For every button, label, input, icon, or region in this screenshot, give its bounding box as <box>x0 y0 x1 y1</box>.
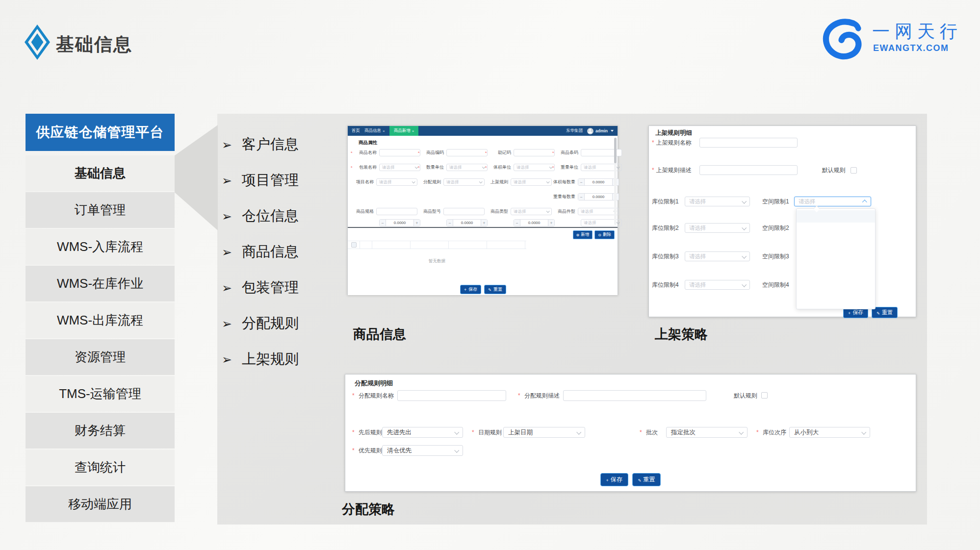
sidebar-item[interactable]: 财务结算 <box>26 413 175 449</box>
add-row-button[interactable]: 新增 <box>573 230 593 239</box>
text-input[interactable] <box>379 149 420 156</box>
default-rule-checkbox[interactable] <box>761 392 768 399</box>
number-stepper[interactable]: − 0.0000 + <box>379 219 420 226</box>
select-all-checkbox[interactable] <box>351 242 357 248</box>
plus-circle-icon <box>576 232 580 237</box>
close-icon[interactable] <box>383 128 385 133</box>
number-stepper[interactable]: − 0.0000 + <box>514 219 555 226</box>
menu-item[interactable]: 仓位信息 <box>222 208 299 225</box>
minus-icon[interactable]: − <box>447 220 453 226</box>
select-input[interactable]: 请选择 <box>443 178 485 186</box>
form-field: 商品类型 请选择 <box>485 208 552 215</box>
reset-button[interactable]: 重置 <box>632 473 661 486</box>
sidebar-item[interactable]: WMS-出库流程 <box>26 302 175 338</box>
minus-icon[interactable]: − <box>514 220 520 226</box>
location-limit-select[interactable]: 请选择 <box>685 197 750 206</box>
section-title: 商品属性 <box>359 140 377 146</box>
user-avatar[interactable] <box>587 128 593 134</box>
field-label: 包装名称 <box>354 164 377 171</box>
number-stepper[interactable]: − 0.0000 + <box>578 193 619 200</box>
sidebar-item[interactable]: WMS-在库作业 <box>26 266 175 301</box>
order-rule-select[interactable]: 先进先出 <box>382 427 463 438</box>
menu-item[interactable]: 商品信息 <box>222 244 299 260</box>
sidebar-item[interactable]: TMS-运输管理 <box>26 376 175 412</box>
rule-name-input[interactable] <box>699 138 798 148</box>
close-icon[interactable] <box>412 128 414 133</box>
default-rule-checkbox[interactable] <box>851 167 857 174</box>
chevron-down-icon <box>742 282 747 287</box>
sidebar-item[interactable]: 移动端应用 <box>26 486 175 522</box>
dropdown-option[interactable] <box>797 210 875 223</box>
form-field: 请选择 <box>552 219 619 226</box>
select-input[interactable]: 请选择 <box>446 164 488 171</box>
number-stepper[interactable]: − 0.0000 + <box>578 178 619 186</box>
location-limit-select[interactable]: 请选择 <box>685 223 750 233</box>
field-label: 商品类型 <box>485 208 508 215</box>
minus-icon[interactable]: − <box>380 220 386 226</box>
text-input[interactable] <box>443 208 485 215</box>
sidebar-item-label: 订单管理 <box>75 201 126 219</box>
module-menu: 客户信息 项目管理 仓位信息 商品信息 包装管理 分配规则 上架规则 <box>222 136 299 387</box>
reset-button[interactable]: 重置 <box>872 307 898 318</box>
nav-home[interactable]: 首页 <box>352 128 360 134</box>
location-limit-select[interactable]: 请选择 <box>685 251 750 261</box>
form-field: 重量每数量 − 0.0000 + <box>552 193 619 200</box>
date-rule-select[interactable]: 上架日期 <box>503 427 585 438</box>
dropdown-option[interactable] <box>797 272 875 284</box>
rule-desc-input[interactable] <box>699 165 798 175</box>
batch-select[interactable]: 指定批次 <box>666 427 748 438</box>
sidebar-item[interactable]: 资源管理 <box>26 339 175 375</box>
select-input[interactable]: 请选择 <box>511 178 552 186</box>
text-input[interactable] <box>514 149 555 156</box>
tab-product-info[interactable]: 商品信息 <box>364 128 385 134</box>
menu-item[interactable]: 分配规则 <box>222 315 299 332</box>
select-input[interactable]: 请选择 <box>514 164 555 171</box>
dropdown-option[interactable] <box>797 296 875 308</box>
username[interactable]: admin <box>595 128 608 133</box>
menu-item[interactable]: 客户信息 <box>222 136 299 153</box>
company-name: 东华集团 <box>566 128 583 134</box>
scrollbar[interactable] <box>614 138 617 225</box>
menu-item[interactable]: 上架规则 <box>222 351 299 368</box>
space-limit-select-open[interactable]: 请选择 <box>794 197 871 206</box>
form-field: − 0.0000 + <box>418 219 485 226</box>
save-button[interactable]: 保存 <box>600 473 628 486</box>
location-order-select[interactable]: 从小到大 <box>789 427 870 438</box>
dropdown-option[interactable] <box>797 247 875 259</box>
select-input[interactable]: 请选择 <box>379 164 420 171</box>
text-input[interactable] <box>446 149 488 156</box>
form-field <box>418 193 485 200</box>
tab-product-new[interactable]: 商品新增 <box>389 126 419 136</box>
dropdown-option[interactable] <box>797 235 875 247</box>
sidebar-item[interactable]: 订单管理 <box>26 192 175 228</box>
sidebar-item[interactable]: 基础信息 <box>26 155 175 191</box>
text-input[interactable] <box>376 208 417 215</box>
dropdown-option[interactable] <box>797 284 875 296</box>
priority-rule-select[interactable]: 清仓优先 <box>382 445 463 456</box>
sidebar-item-label: 查询统计 <box>75 459 126 476</box>
reset-button[interactable]: 重置 <box>484 285 506 294</box>
constraint-row: 库位限制4 请选择 空间限制4 <box>649 280 917 290</box>
save-button[interactable]: 保存 <box>460 285 481 294</box>
dropdown-option[interactable] <box>797 259 875 272</box>
plus-icon <box>606 476 609 483</box>
sidebar-header: 供应链仓储管理平台 <box>26 114 175 151</box>
select-input[interactable]: 请选择 <box>578 208 619 215</box>
location-limit-select[interactable]: 请选择 <box>685 280 750 290</box>
dropdown-option[interactable] <box>797 223 875 235</box>
chevron-down-icon <box>742 253 747 258</box>
number-stepper[interactable]: − 0.0000 + <box>446 219 488 226</box>
sidebar-item[interactable]: WMS-入库流程 <box>26 229 175 265</box>
alloc-desc-input[interactable] <box>563 390 706 401</box>
delete-row-button[interactable]: 删除 <box>594 230 615 239</box>
menu-item[interactable]: 项目管理 <box>222 172 299 189</box>
menu-item[interactable]: 包装管理 <box>222 279 299 296</box>
diamond-icon <box>24 24 51 61</box>
select-input[interactable]: 请选择 <box>376 178 417 186</box>
sidebar-item[interactable]: 查询统计 <box>26 450 175 485</box>
minus-icon[interactable]: − <box>578 194 585 200</box>
alloc-name-input[interactable] <box>397 390 506 401</box>
select-input[interactable]: 请选择 <box>511 208 552 215</box>
minus-icon[interactable]: − <box>578 179 585 185</box>
caret-down-icon[interactable] <box>611 130 614 132</box>
